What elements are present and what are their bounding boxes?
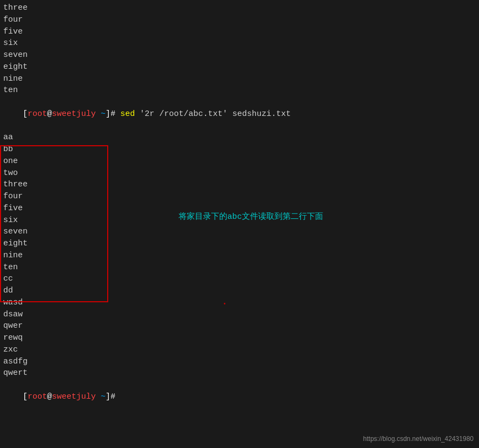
line-six-b: six <box>3 215 28 226</box>
final-prompt-bracket-open: [ <box>23 392 28 401</box>
line-cc: cc <box>3 273 476 285</box>
prompt-user: root <box>28 109 47 119</box>
line-qwer: qwer <box>3 320 476 332</box>
line-ten: ten <box>3 85 476 96</box>
line-four-b: four <box>3 191 28 203</box>
prompt-bracket-open: [ <box>23 109 28 119</box>
prompt-space <box>96 109 101 119</box>
final-prompt-line: [root@sweetjuly ~]# <box>3 379 476 414</box>
red-dot: • <box>223 301 226 309</box>
final-prompt-host: sweetjuly <box>52 392 96 401</box>
prompt-at: @ <box>47 109 52 119</box>
final-prompt-tilde: ~ <box>101 392 106 401</box>
final-prompt-user: root <box>28 392 47 401</box>
line-three: three <box>3 2 476 14</box>
line-five: five <box>3 26 476 38</box>
cmd-sed: sed <box>120 109 135 119</box>
final-prompt-at: @ <box>47 392 52 401</box>
line-seven-b: seven <box>3 226 28 238</box>
line-bb: bb <box>3 144 476 155</box>
line-eight-b: eight <box>3 238 28 250</box>
final-prompt-bracket-close: ] <box>106 392 110 401</box>
prompt-hash: # <box>110 109 120 119</box>
terminal-container: three four five six seven eight nine ten… <box>3 2 476 414</box>
line-nine-b: nine <box>3 250 28 262</box>
final-prompt-hash: # <box>110 392 120 401</box>
line-qwert: qwert <box>3 367 476 379</box>
line-asdfg: asdfg <box>3 356 476 368</box>
line-seven: seven <box>3 49 476 61</box>
line-dsaw: dsaw <box>3 309 476 321</box>
prompt-host: sweetjuly <box>52 109 96 119</box>
line-five-b: five <box>3 203 28 215</box>
line-rewq: rewq <box>3 332 476 344</box>
annotation-text: 将家目录下的abc文件读取到第二行下面 <box>179 211 323 223</box>
line-one: one <box>3 155 28 167</box>
line-aa: aa <box>3 132 476 144</box>
line-wasd: wasd <box>3 297 476 309</box>
line-three-b: three <box>3 179 28 191</box>
line-six: six <box>3 37 476 49</box>
cmd-args: '2r /root/abc.txt' sedshuzi.txt <box>135 109 291 119</box>
watermark: https://blog.csdn.net/weixin_42431980 <box>363 434 474 444</box>
line-ten-b: ten <box>3 262 28 274</box>
prompt-bracket-close: ] <box>106 109 110 119</box>
line-dd: dd <box>3 285 476 297</box>
line-zxc: zxc <box>3 344 476 356</box>
line-eight: eight <box>3 61 476 73</box>
command-line: [root@sweetjuly ~]# sed '2r /root/abc.tx… <box>3 96 476 132</box>
line-nine: nine <box>3 73 476 85</box>
line-four: four <box>3 14 476 26</box>
prompt-tilde: ~ <box>101 109 106 119</box>
line-two: two <box>3 167 28 179</box>
boxed-section: one two three four five six seven eight … <box>3 155 28 274</box>
